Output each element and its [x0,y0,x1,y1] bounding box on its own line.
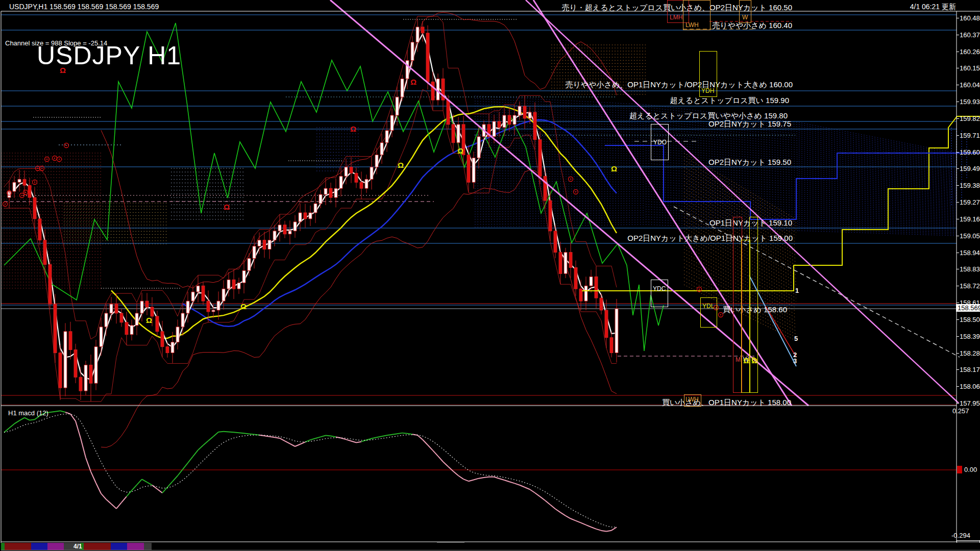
price-annotation: 売りやや小さめ、OP1日NYカット/OP2日NYカット大きめ 160.00 [566,80,793,90]
price-axis-tick [957,319,959,320]
price-axis-tick [957,52,959,52]
price-annotation: 超えるとストップロス買い 159.90 [670,96,789,106]
timeline-segment[interactable] [1,543,5,550]
price-axis-tick [957,386,959,387]
price-axis-tick [957,85,959,85]
price-axis-tick [957,35,959,35]
price-axis-tick [957,336,959,337]
omega-pattern-icon: Ω [350,124,356,133]
level-box-label: LWH [685,21,699,29]
price-axis-label: 158.390 [960,333,980,340]
timeline-segment[interactable] [84,543,111,550]
level-box-d: D [749,217,758,393]
price-axis-tick [957,68,959,68]
level-box-label: W [742,14,748,21]
price-axis-tick [957,152,959,153]
price-axis-label: 159.490 [960,165,980,172]
price-axis-label: 158.720 [960,282,980,290]
level-box-ydc: YDC [651,280,668,307]
price-axis-tick [957,353,959,354]
price-axis-tick [957,303,959,303]
omega-pattern-icon: Ω [410,78,416,86]
price-axis-label: 157.950 [960,399,980,407]
level-box-ydo: YDO [651,124,669,160]
price-axis-tick [957,102,959,102]
omega-pattern-icon: Ω [743,356,749,365]
chart-window: USDJPY,H1 158.569 158.569 158.569 158.56… [0,0,980,551]
omega-pattern-icon: Ω [224,203,230,211]
price-axis-label: 159.600 [960,148,980,156]
price-axis-label: 158.170 [960,366,980,373]
price-chart-canvas[interactable] [0,0,980,551]
price-axis-label: 160.260 [960,48,980,56]
price-axis-tick [957,403,959,404]
price-axis-label: 159.820 [960,115,980,122]
price-axis-tick [957,202,959,203]
price-axis-label: 158.500 [960,316,980,323]
price-axis-label: 158.280 [960,349,980,357]
omega-pattern-icon: Ω [457,146,463,155]
timeline-segment[interactable] [144,543,152,550]
price-annotation: OP2日NYカット 159.50 [708,158,791,167]
omega-pattern-icon: Ω [240,302,247,311]
price-axis-label: 159.380 [960,182,980,189]
wave-count-label: 1 [795,287,799,294]
level-box-label: YDO [653,139,667,146]
price-axis-tick [957,236,959,236]
omega-pattern-icon: Ω [60,66,66,74]
price-annotation: OP2日NYカット大きめ/OP1日NYカット 159.00 [627,234,793,243]
price-axis-tick [957,269,959,269]
price-axis-tick [957,369,959,370]
price-axis-label: 160.150 [960,64,980,72]
update-timestamp: 4/1 06:21 更新 [910,3,956,12]
price-axis-tick [957,286,959,286]
price-axis-label: 158.060 [960,383,980,390]
timeline-segment[interactable] [111,543,127,550]
timeline-bar[interactable] [0,543,980,550]
price-axis-label: 159.930 [960,98,980,106]
price-axis-label: 159.270 [960,198,980,206]
macd-max-label: 0.257 [952,407,969,415]
omega-pattern-icon: Ω [751,356,757,365]
omega-pattern-icon: Ω [611,164,617,173]
level-box-ydl: YDL [700,297,717,328]
macd-indicator-label: H1 macd (12) [8,409,48,417]
wave-count-label: 3 [793,357,797,365]
price-axis-tick [957,18,959,18]
timeline-segment[interactable] [47,543,64,550]
omega-pattern-icon: Ω [398,161,404,169]
macd-zero-label: 0.00 [964,466,977,473]
level-box-label: YDH [701,87,714,94]
price-axis-label: 159.160 [960,215,980,223]
price-axis-label: 158.610 [960,299,980,307]
level-box-label: YDC [653,285,666,292]
level-box-w: W [739,0,751,23]
price-axis-label: 160.370 [960,31,980,39]
price-axis-tick [957,253,959,253]
price-axis-label: 159.050 [960,232,980,240]
macd-zero-tick [957,466,962,473]
price-axis-label: 159.710 [960,132,980,139]
level-box-lwh: LWH [684,394,701,407]
price-annotation: OP2日NYカット 159.75 [708,119,791,129]
timeline-date-label: 4/1 [74,543,82,550]
price-axis-tick [957,185,959,186]
price-axis-label: 158.940 [960,249,980,257]
timeline-segment[interactable] [31,543,47,550]
wave-count-label: 5 [794,335,798,342]
price-axis-tick [957,135,959,136]
watermark: USDJPY H1 [37,41,181,70]
level-box-ydh: YDH [699,51,717,97]
macd-min-label: -0.294 [951,532,970,539]
omega-pattern-icon: Ω [146,316,152,324]
price-annotation: 買い小さめ、OP1日NYカット 158.00 [662,398,791,408]
price-axis-label: 160.480 [960,14,980,22]
level-box-label: YDL [702,303,714,310]
level-box-label: M [736,356,741,363]
price-axis-label: 158.830 [960,265,980,273]
timeline-segment[interactable] [127,543,144,550]
price-axis-tick [957,168,959,169]
level-box-label: LMH [670,14,682,21]
timeline-segment[interactable] [5,543,31,550]
level-box-lwh: LWH [683,0,710,30]
